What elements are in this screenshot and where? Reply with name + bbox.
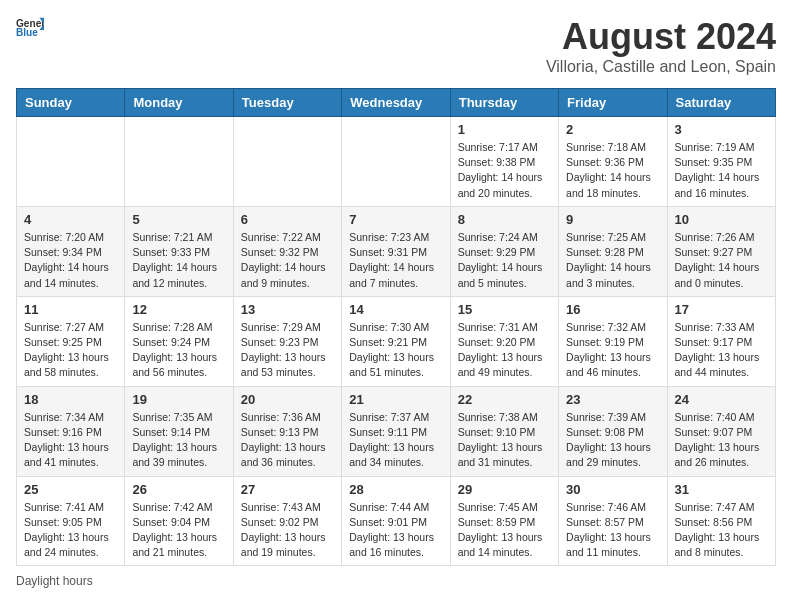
header-tuesday: Tuesday bbox=[233, 89, 341, 117]
day-cell-1-1: 5Sunrise: 7:21 AMSunset: 9:33 PMDaylight… bbox=[125, 206, 233, 296]
week-row-3: 11Sunrise: 7:27 AMSunset: 9:25 PMDayligh… bbox=[17, 296, 776, 386]
day-number: 22 bbox=[458, 392, 551, 407]
day-cell-2-3: 14Sunrise: 7:30 AMSunset: 9:21 PMDayligh… bbox=[342, 296, 450, 386]
title-area: August 2024 Villoria, Castille and Leon,… bbox=[546, 16, 776, 76]
day-info: Sunrise: 7:36 AMSunset: 9:13 PMDaylight:… bbox=[241, 410, 334, 471]
week-row-5: 25Sunrise: 7:41 AMSunset: 9:05 PMDayligh… bbox=[17, 476, 776, 566]
day-cell-1-6: 10Sunrise: 7:26 AMSunset: 9:27 PMDayligh… bbox=[667, 206, 775, 296]
day-number: 13 bbox=[241, 302, 334, 317]
day-number: 5 bbox=[132, 212, 225, 227]
day-number: 28 bbox=[349, 482, 442, 497]
day-info: Sunrise: 7:46 AMSunset: 8:57 PMDaylight:… bbox=[566, 500, 659, 561]
day-number: 4 bbox=[24, 212, 117, 227]
day-number: 19 bbox=[132, 392, 225, 407]
day-info: Sunrise: 7:31 AMSunset: 9:20 PMDaylight:… bbox=[458, 320, 551, 381]
day-info: Sunrise: 7:34 AMSunset: 9:16 PMDaylight:… bbox=[24, 410, 117, 471]
day-cell-0-6: 3Sunrise: 7:19 AMSunset: 9:35 PMDaylight… bbox=[667, 117, 775, 207]
day-info: Sunrise: 7:45 AMSunset: 8:59 PMDaylight:… bbox=[458, 500, 551, 561]
day-cell-1-2: 6Sunrise: 7:22 AMSunset: 9:32 PMDaylight… bbox=[233, 206, 341, 296]
day-number: 14 bbox=[349, 302, 442, 317]
day-number: 1 bbox=[458, 122, 551, 137]
week-row-4: 18Sunrise: 7:34 AMSunset: 9:16 PMDayligh… bbox=[17, 386, 776, 476]
day-cell-1-3: 7Sunrise: 7:23 AMSunset: 9:31 PMDaylight… bbox=[342, 206, 450, 296]
day-cell-2-6: 17Sunrise: 7:33 AMSunset: 9:17 PMDayligh… bbox=[667, 296, 775, 386]
day-number: 25 bbox=[24, 482, 117, 497]
calendar-table: SundayMondayTuesdayWednesdayThursdayFrid… bbox=[16, 88, 776, 566]
svg-text:Blue: Blue bbox=[16, 27, 38, 38]
day-info: Sunrise: 7:40 AMSunset: 9:07 PMDaylight:… bbox=[675, 410, 768, 471]
day-info: Sunrise: 7:42 AMSunset: 9:04 PMDaylight:… bbox=[132, 500, 225, 561]
day-info: Sunrise: 7:29 AMSunset: 9:23 PMDaylight:… bbox=[241, 320, 334, 381]
day-cell-1-0: 4Sunrise: 7:20 AMSunset: 9:34 PMDaylight… bbox=[17, 206, 125, 296]
day-cell-2-5: 16Sunrise: 7:32 AMSunset: 9:19 PMDayligh… bbox=[559, 296, 667, 386]
day-number: 24 bbox=[675, 392, 768, 407]
day-cell-4-4: 29Sunrise: 7:45 AMSunset: 8:59 PMDayligh… bbox=[450, 476, 558, 566]
day-cell-3-2: 20Sunrise: 7:36 AMSunset: 9:13 PMDayligh… bbox=[233, 386, 341, 476]
day-number: 27 bbox=[241, 482, 334, 497]
day-info: Sunrise: 7:19 AMSunset: 9:35 PMDaylight:… bbox=[675, 140, 768, 201]
day-info: Sunrise: 7:43 AMSunset: 9:02 PMDaylight:… bbox=[241, 500, 334, 561]
day-number: 21 bbox=[349, 392, 442, 407]
day-info: Sunrise: 7:41 AMSunset: 9:05 PMDaylight:… bbox=[24, 500, 117, 561]
day-info: Sunrise: 7:27 AMSunset: 9:25 PMDaylight:… bbox=[24, 320, 117, 381]
header-monday: Monday bbox=[125, 89, 233, 117]
header: General Blue August 2024 Villoria, Casti… bbox=[16, 16, 776, 76]
day-number: 8 bbox=[458, 212, 551, 227]
week-row-1: 1Sunrise: 7:17 AMSunset: 9:38 PMDaylight… bbox=[17, 117, 776, 207]
day-cell-2-1: 12Sunrise: 7:28 AMSunset: 9:24 PMDayligh… bbox=[125, 296, 233, 386]
day-info: Sunrise: 7:17 AMSunset: 9:38 PMDaylight:… bbox=[458, 140, 551, 201]
day-number: 15 bbox=[458, 302, 551, 317]
day-info: Sunrise: 7:18 AMSunset: 9:36 PMDaylight:… bbox=[566, 140, 659, 201]
day-cell-4-3: 28Sunrise: 7:44 AMSunset: 9:01 PMDayligh… bbox=[342, 476, 450, 566]
day-info: Sunrise: 7:38 AMSunset: 9:10 PMDaylight:… bbox=[458, 410, 551, 471]
day-cell-0-3 bbox=[342, 117, 450, 207]
day-info: Sunrise: 7:30 AMSunset: 9:21 PMDaylight:… bbox=[349, 320, 442, 381]
main-title: August 2024 bbox=[546, 16, 776, 58]
header-friday: Friday bbox=[559, 89, 667, 117]
day-info: Sunrise: 7:26 AMSunset: 9:27 PMDaylight:… bbox=[675, 230, 768, 291]
day-number: 31 bbox=[675, 482, 768, 497]
header-thursday: Thursday bbox=[450, 89, 558, 117]
day-number: 26 bbox=[132, 482, 225, 497]
day-cell-2-2: 13Sunrise: 7:29 AMSunset: 9:23 PMDayligh… bbox=[233, 296, 341, 386]
day-cell-3-1: 19Sunrise: 7:35 AMSunset: 9:14 PMDayligh… bbox=[125, 386, 233, 476]
day-info: Sunrise: 7:28 AMSunset: 9:24 PMDaylight:… bbox=[132, 320, 225, 381]
day-number: 3 bbox=[675, 122, 768, 137]
day-cell-3-6: 24Sunrise: 7:40 AMSunset: 9:07 PMDayligh… bbox=[667, 386, 775, 476]
day-info: Sunrise: 7:33 AMSunset: 9:17 PMDaylight:… bbox=[675, 320, 768, 381]
day-number: 20 bbox=[241, 392, 334, 407]
footer-note: Daylight hours bbox=[16, 574, 776, 588]
day-cell-4-2: 27Sunrise: 7:43 AMSunset: 9:02 PMDayligh… bbox=[233, 476, 341, 566]
header-wednesday: Wednesday bbox=[342, 89, 450, 117]
day-info: Sunrise: 7:23 AMSunset: 9:31 PMDaylight:… bbox=[349, 230, 442, 291]
day-number: 30 bbox=[566, 482, 659, 497]
subtitle: Villoria, Castille and Leon, Spain bbox=[546, 58, 776, 76]
day-cell-3-0: 18Sunrise: 7:34 AMSunset: 9:16 PMDayligh… bbox=[17, 386, 125, 476]
day-info: Sunrise: 7:37 AMSunset: 9:11 PMDaylight:… bbox=[349, 410, 442, 471]
day-number: 29 bbox=[458, 482, 551, 497]
day-number: 16 bbox=[566, 302, 659, 317]
day-number: 7 bbox=[349, 212, 442, 227]
day-number: 18 bbox=[24, 392, 117, 407]
day-number: 9 bbox=[566, 212, 659, 227]
day-info: Sunrise: 7:47 AMSunset: 8:56 PMDaylight:… bbox=[675, 500, 768, 561]
day-cell-4-1: 26Sunrise: 7:42 AMSunset: 9:04 PMDayligh… bbox=[125, 476, 233, 566]
logo: General Blue bbox=[16, 16, 44, 38]
day-cell-4-0: 25Sunrise: 7:41 AMSunset: 9:05 PMDayligh… bbox=[17, 476, 125, 566]
calendar-header-row: SundayMondayTuesdayWednesdayThursdayFrid… bbox=[17, 89, 776, 117]
day-cell-3-5: 23Sunrise: 7:39 AMSunset: 9:08 PMDayligh… bbox=[559, 386, 667, 476]
day-info: Sunrise: 7:22 AMSunset: 9:32 PMDaylight:… bbox=[241, 230, 334, 291]
day-cell-0-5: 2Sunrise: 7:18 AMSunset: 9:36 PMDaylight… bbox=[559, 117, 667, 207]
day-number: 12 bbox=[132, 302, 225, 317]
daylight-hours-label: Daylight hours bbox=[16, 574, 93, 588]
day-cell-0-2 bbox=[233, 117, 341, 207]
day-info: Sunrise: 7:21 AMSunset: 9:33 PMDaylight:… bbox=[132, 230, 225, 291]
day-number: 2 bbox=[566, 122, 659, 137]
day-cell-3-4: 22Sunrise: 7:38 AMSunset: 9:10 PMDayligh… bbox=[450, 386, 558, 476]
day-cell-2-4: 15Sunrise: 7:31 AMSunset: 9:20 PMDayligh… bbox=[450, 296, 558, 386]
day-cell-0-0 bbox=[17, 117, 125, 207]
day-cell-1-5: 9Sunrise: 7:25 AMSunset: 9:28 PMDaylight… bbox=[559, 206, 667, 296]
day-number: 17 bbox=[675, 302, 768, 317]
day-number: 23 bbox=[566, 392, 659, 407]
day-info: Sunrise: 7:35 AMSunset: 9:14 PMDaylight:… bbox=[132, 410, 225, 471]
